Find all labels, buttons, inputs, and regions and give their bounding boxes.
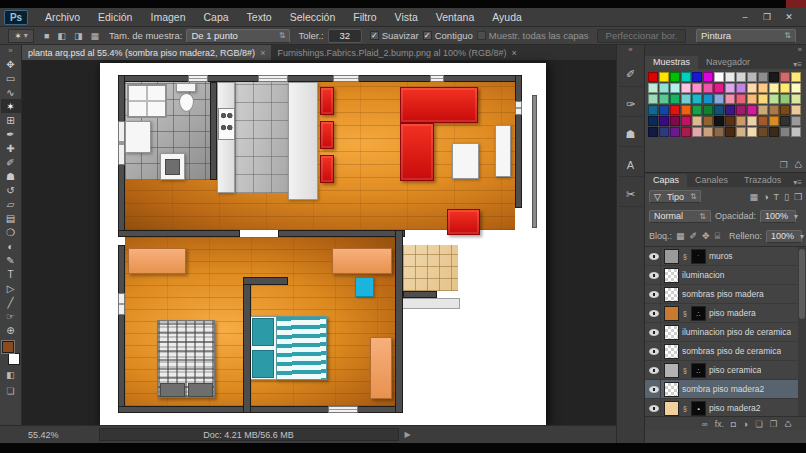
visibility-toggle[interactable] <box>647 323 661 341</box>
layer-effects-icon[interactable]: fx. <box>715 419 724 429</box>
color-swatch-64[interactable] <box>736 116 746 126</box>
subtract-from-selection-icon[interactable]: ◨ <box>72 31 85 41</box>
filter-shape-icon[interactable]: ▯ <box>784 192 789 202</box>
color-swatch-32[interactable] <box>692 94 702 104</box>
fill-input[interactable]: 100% ▾ <box>766 230 802 243</box>
mask-link-icon[interactable]: § <box>682 310 688 317</box>
color-swatch-36[interactable] <box>736 94 746 104</box>
mask-link-icon[interactable]: § <box>682 367 688 374</box>
color-swatch-20[interactable] <box>714 83 724 93</box>
color-swatch-41[interactable] <box>791 94 801 104</box>
color-swatch-25[interactable] <box>769 83 779 93</box>
eye-icon[interactable] <box>649 329 659 336</box>
color-swatch-52[interactable] <box>758 105 768 115</box>
layer-row-sombras-piso-madera[interactable]: sombras piso madera <box>645 285 806 304</box>
layer-filter-select[interactable]: ▽ Tipo ⇅ <box>649 190 701 203</box>
color-swatch-13[interactable] <box>791 72 801 82</box>
layer-row-piso-madera[interactable]: §∴piso madera <box>645 304 806 323</box>
adjustment-layer-icon[interactable]: ◑ <box>743 419 748 429</box>
visibility-toggle[interactable] <box>647 247 661 265</box>
filter-adjustment-icon[interactable]: ◑ <box>763 192 768 202</box>
new-layer-icon[interactable]: ❐ <box>770 419 778 429</box>
layer-thumbnail[interactable] <box>664 382 679 397</box>
color-swatch-24[interactable] <box>758 83 768 93</box>
layer-thumbnail[interactable] <box>664 306 679 321</box>
layer-thumbnail[interactable] <box>664 363 679 378</box>
checkbox-box[interactable]: ✓ <box>370 31 379 40</box>
brush-presets-panel-icon[interactable]: ✐ <box>619 63 643 87</box>
color-swatch-19[interactable] <box>703 83 713 93</box>
checkbox-box[interactable]: ✓ <box>423 31 432 40</box>
character-panel-icon[interactable]: A <box>619 153 643 177</box>
menu-item-capa[interactable]: Capa <box>195 11 238 23</box>
brush-tool[interactable]: ✐ <box>1 155 21 169</box>
menu-item-ventana[interactable]: Ventana <box>427 11 484 23</box>
color-swatch-54[interactable] <box>780 105 790 115</box>
mask-link-icon[interactable]: § <box>682 405 688 412</box>
hand-tool[interactable]: ☞ <box>1 309 21 323</box>
color-swatch-76[interactable] <box>714 127 724 137</box>
visibility-toggle[interactable] <box>647 399 661 416</box>
color-swatch-80[interactable] <box>758 127 768 137</box>
dock-expand-icon[interactable]: « <box>628 45 632 57</box>
clone-source-panel-icon[interactable]: ☗ <box>619 123 643 147</box>
color-swatch-35[interactable] <box>725 94 735 104</box>
layer-mask-thumbnail[interactable]: ∴ <box>691 363 706 378</box>
restore-button[interactable]: ❐ <box>756 10 778 24</box>
color-swatch-8[interactable] <box>736 72 746 82</box>
color-swatch-44[interactable] <box>670 105 680 115</box>
mask-link-icon[interactable]: § <box>682 253 688 260</box>
lock-position-icon[interactable]: ✥ <box>702 231 710 242</box>
visibility-toggle[interactable] <box>647 266 661 284</box>
color-swatch-12[interactable] <box>780 72 790 82</box>
color-swatch-83[interactable] <box>791 127 801 137</box>
scrollbar-thumb[interactable] <box>799 249 805 319</box>
layer-thumbnail[interactable] <box>664 401 679 416</box>
layer-row-sombras-piso-de-ceramica[interactable]: sombras piso de ceramica <box>645 342 806 361</box>
color-swatch-70[interactable] <box>648 127 658 137</box>
color-swatch-71[interactable] <box>659 127 669 137</box>
color-swatch-50[interactable] <box>736 105 746 115</box>
intersect-selection-icon[interactable]: ▦ <box>88 31 101 41</box>
foreground-color-chip[interactable] <box>2 341 14 353</box>
visibility-toggle[interactable] <box>647 285 661 303</box>
color-swatch-26[interactable] <box>780 83 790 93</box>
tool-preset-picker[interactable]: ✶ ▾ <box>8 29 34 43</box>
healing-brush-tool[interactable]: ✚ <box>1 141 21 155</box>
close-button[interactable]: ✕ <box>778 10 800 24</box>
visibility-toggle[interactable] <box>647 380 661 398</box>
document-canvas[interactable] <box>100 63 546 426</box>
color-swatch-40[interactable] <box>780 94 790 104</box>
color-swatch-58[interactable] <box>670 116 680 126</box>
color-swatch-0[interactable] <box>648 72 658 82</box>
color-swatch-27[interactable] <box>791 83 801 93</box>
color-swatch-63[interactable] <box>725 116 735 126</box>
color-swatch-14[interactable] <box>648 83 658 93</box>
pen-tool[interactable]: ✎ <box>1 253 21 267</box>
link-layers-icon[interactable]: ∞ <box>702 419 708 429</box>
eye-icon[interactable] <box>649 367 659 374</box>
color-swatch-78[interactable] <box>736 127 746 137</box>
add-layer-mask-icon[interactable]: ◘ <box>731 419 736 429</box>
lasso-tool[interactable]: ∿ <box>1 85 21 99</box>
layer-mask-thumbnail[interactable]: ▪ <box>691 401 706 416</box>
menu-item-filtro[interactable]: Filtro <box>344 11 385 23</box>
panel-menu-icon[interactable]: ▾≡ <box>793 60 806 69</box>
color-swatch-34[interactable] <box>714 94 724 104</box>
dock-collapse-icon[interactable]: » <box>798 45 802 54</box>
color-swatch-59[interactable] <box>681 116 691 126</box>
sample-size-select[interactable]: De 1 punto ⇅ <box>186 29 290 43</box>
color-swatch-18[interactable] <box>692 83 702 93</box>
color-swatch-6[interactable] <box>714 72 724 82</box>
tab-capas[interactable]: Capas <box>645 174 687 187</box>
path-selection-tool[interactable]: ▷ <box>1 281 21 295</box>
color-swatch-53[interactable] <box>769 105 779 115</box>
tab-close-icon[interactable]: × <box>260 48 265 58</box>
layer-mask-thumbnail[interactable]: ˙ <box>691 249 706 264</box>
eraser-tool[interactable]: ▱ <box>1 197 21 211</box>
refine-edge-button[interactable]: Perfeccionar bor. <box>597 29 687 43</box>
zoom-tool[interactable]: ⊕ <box>1 323 21 337</box>
color-swatch-3[interactable] <box>681 72 691 82</box>
color-swatch-30[interactable] <box>670 94 680 104</box>
color-swatch-46[interactable] <box>692 105 702 115</box>
